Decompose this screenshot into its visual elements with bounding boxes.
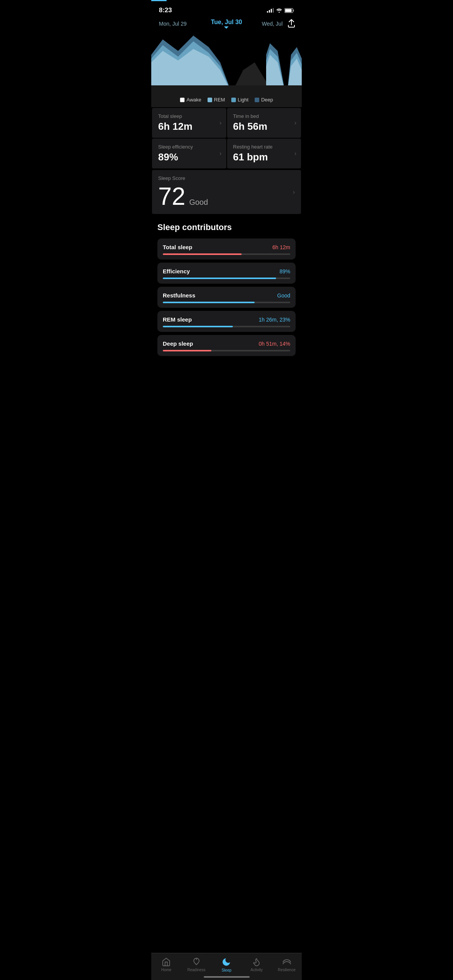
total-sleep-chevron: › xyxy=(219,119,221,126)
contributor-total-sleep-fill xyxy=(163,253,242,255)
contributor-total-sleep-track xyxy=(163,253,290,255)
contributor-efficiency-track xyxy=(163,278,290,279)
contributor-rem-sleep[interactable]: REM sleep 1h 26m, 23% xyxy=(157,311,296,332)
status-icons xyxy=(267,8,294,13)
contributor-rem-track xyxy=(163,326,290,327)
contributor-total-sleep-value: 6h 12m xyxy=(272,244,290,250)
total-sleep-value: 6h 12m xyxy=(158,121,220,132)
sleep-efficiency-value: 89% xyxy=(158,151,220,163)
total-sleep-label: Total sleep xyxy=(158,113,220,119)
svg-rect-13 xyxy=(151,85,302,93)
date-arrow-indicator xyxy=(224,26,229,29)
sleep-score-card[interactable]: Sleep Score 72 Good › xyxy=(152,170,301,214)
contributor-rem-fill xyxy=(163,326,233,327)
share-button[interactable] xyxy=(287,19,296,30)
signal-icon xyxy=(267,8,274,13)
sleep-chart xyxy=(151,32,302,93)
legend-awake: Awake xyxy=(180,97,201,103)
status-bar: 8:23 xyxy=(151,1,302,17)
sleep-score-chevron: › xyxy=(293,189,295,196)
contributor-restfulness-name: Restfulness xyxy=(163,292,195,299)
contributor-deep-track xyxy=(163,350,290,351)
contributor-restfulness-track xyxy=(163,302,290,303)
contributor-efficiency-fill xyxy=(163,278,276,279)
legend-rem: REM xyxy=(208,97,225,103)
contributors-section: Sleep contributors Total sleep 6h 12m Ef… xyxy=(151,215,302,363)
contributor-rem-name: REM sleep xyxy=(163,316,192,323)
contributor-restfulness-value: Good xyxy=(277,292,290,299)
contributor-deep-value: 0h 51m, 14% xyxy=(259,341,291,347)
contributor-total-sleep-name: Total sleep xyxy=(163,244,192,250)
contributors-title: Sleep contributors xyxy=(157,222,296,232)
sleep-score-label: Sleep Score xyxy=(158,175,295,181)
sleep-score-number: 72 xyxy=(158,184,185,209)
sleep-efficiency-card[interactable]: Sleep efficiency 89% › xyxy=(152,139,226,168)
legend-deep: Deep xyxy=(255,97,273,103)
sleep-score-description: Good xyxy=(189,198,208,207)
date-current: Tue, Jul 30 xyxy=(211,19,242,26)
contributor-total-sleep[interactable]: Total sleep 6h 12m xyxy=(157,238,296,260)
resting-hr-value: 61 bpm xyxy=(233,151,295,163)
contributor-efficiency-name: Efficiency xyxy=(163,268,190,274)
svg-rect-2 xyxy=(293,10,294,11)
status-time: 8:23 xyxy=(159,7,172,14)
legend-light: Light xyxy=(231,97,249,103)
wifi-icon xyxy=(276,8,282,13)
battery-icon xyxy=(285,8,294,13)
sleep-efficiency-chevron: › xyxy=(219,150,221,157)
total-sleep-card[interactable]: Total sleep 6h 12m › xyxy=(152,108,226,138)
contributor-rem-value: 1h 26m, 23% xyxy=(259,317,291,323)
contributor-efficiency-value: 89% xyxy=(280,268,290,274)
resting-hr-chevron: › xyxy=(294,150,296,157)
time-in-bed-value: 6h 56m xyxy=(233,121,295,132)
date-navigation: Mon, Jul 29 Tue, Jul 30 Wed, Jul xyxy=(151,17,302,32)
date-next[interactable]: Wed, Jul xyxy=(262,21,283,27)
contributor-deep-fill xyxy=(163,350,211,351)
resting-hr-label: Resting heart rate xyxy=(233,144,295,150)
contributor-restfulness-fill xyxy=(163,302,255,303)
contributor-restfulness[interactable]: Restfulness Good xyxy=(157,287,296,308)
svg-rect-1 xyxy=(285,9,292,12)
time-in-bed-card[interactable]: Time in bed 6h 56m › xyxy=(227,108,301,138)
resting-heart-rate-card[interactable]: Resting heart rate 61 bpm › xyxy=(227,139,301,168)
time-in-bed-label: Time in bed xyxy=(233,113,295,119)
contributor-deep-sleep[interactable]: Deep sleep 0h 51m, 14% xyxy=(157,335,296,356)
contributor-deep-name: Deep sleep xyxy=(163,340,193,347)
contributor-efficiency[interactable]: Efficiency 89% xyxy=(157,263,296,284)
date-prev[interactable]: Mon, Jul 29 xyxy=(159,21,186,27)
stats-grid: Total sleep 6h 12m › Time in bed 6h 56m … xyxy=(151,107,302,169)
time-in-bed-chevron: › xyxy=(294,119,296,126)
sleep-legend: Awake REM Light Deep xyxy=(151,93,302,107)
sleep-efficiency-label: Sleep efficiency xyxy=(158,144,220,150)
